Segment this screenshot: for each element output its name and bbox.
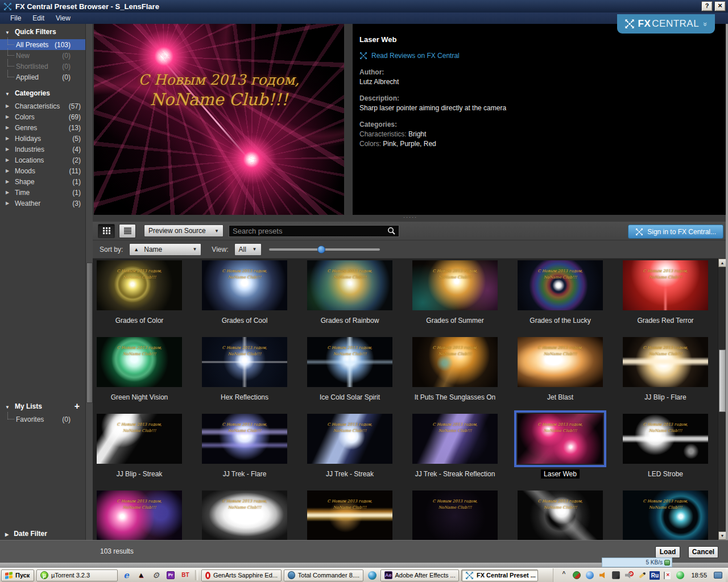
preview-mode-dropdown[interactable]: Preview on Source [144,225,224,237]
flag-error-icon[interactable]: ✕ [661,569,673,581]
close-button[interactable] [714,1,726,11]
preset-cell-grades-red-terror[interactable]: С Новым 2013 годом,NoName Club!!!Grades … [623,260,708,337]
preset-cell-it-puts-the-sunglasses-on[interactable]: С Новым 2013 годом,NoName Club!!!It Puts… [412,337,498,414]
grid-scrollbar-thumb[interactable] [719,350,726,412]
search-input[interactable] [229,227,387,235]
view-dropdown[interactable]: All [234,243,262,256]
category-item-time[interactable]: Time(1) [0,187,85,198]
preset-cell-laser-web[interactable]: С Новым 2013 годом,NoName Club!!!Laser W… [518,414,603,490]
scroll-up-button[interactable] [718,259,726,267]
window-right-edge [726,24,728,563]
preset-cell-grades-of-the-lucky[interactable]: С Новым 2013 годом,NoName Club!!!Grades … [518,260,603,337]
preset-cell-20[interactable]: С Новым 2013 годом,NoName Club!!! [202,490,287,540]
preset-cell-jj-trek-streak-reflection[interactable]: С Новым 2013 годом,NoName Club!!!JJ Trek… [412,414,498,490]
preset-cell-24[interactable]: С Новым 2013 годом,NoName Club!!! [623,490,708,540]
preset-cell-23[interactable]: С Новым 2013 годом,NoName Club!!! [518,490,603,540]
sort-dropdown[interactable]: Name [129,243,201,256]
cancel-button[interactable]: Cancel [688,546,718,558]
taskbar-button-genarts[interactable]: GenArts Sapphire Ed... [201,569,282,581]
preset-cell-jj-trek-flare[interactable]: С Новым 2013 годом,NoName Club!!!JJ Trek… [202,414,287,490]
list-view-button[interactable] [119,224,136,238]
preset-thumbnail: С Новым 2013 годом,NoName Club!!! [97,414,182,464]
quick-filters-header[interactable]: Quick Filters [0,26,85,38]
thumbnail-overlay-text: С Новым 2013 годом,NoName Club!!! [623,345,708,357]
preset-cell-green-night-vision[interactable]: С Новым 2013 годом,NoName Club!!!Green N… [97,337,182,414]
search-icon[interactable] [387,226,396,235]
grid-view-button[interactable] [98,224,115,238]
windows-logo-icon [5,572,13,579]
preset-cell-jj-blip-streak[interactable]: С Новым 2013 годом,NoName Club!!!JJ Blip… [97,414,182,490]
bittorrent-icon[interactable]: BT [179,569,192,581]
grid-scrollbar[interactable] [718,259,726,540]
category-item-locations[interactable]: Locations(2) [0,155,85,165]
add-list-button[interactable] [75,402,80,410]
category-item-colors[interactable]: Colors(69) [0,111,85,122]
date-filter-header[interactable]: Date Filter [0,528,85,539]
slider-thumb[interactable] [317,246,325,253]
idm-icon[interactable] [571,569,582,581]
preset-cell-jj-trek-streak[interactable]: С Новым 2013 годом,NoName Club!!!JJ Trek… [307,414,392,490]
preset-cell-grades-of-rainbow[interactable]: С Новым 2013 годом,NoName Club!!!Grades … [307,260,392,337]
muted-volume-icon[interactable] [623,569,635,581]
sidebar-scrollbar-thumb[interactable] [86,263,93,403]
category-item-weather[interactable]: Weather(3) [0,198,85,209]
preset-cell-19[interactable]: С Новым 2013 годом,NoName Club!!! [97,490,182,540]
preset-cell-grades-of-summer[interactable]: С Новым 2013 годом,NoName Club!!!Grades … [412,260,498,337]
globe-icon[interactable] [584,569,595,581]
categories-header[interactable]: Categories [0,88,85,99]
preset-cell-grades-of-cool[interactable]: С Новым 2013 годом,NoName Club!!!Grades … [202,260,287,337]
film-gear-icon[interactable]: ⚙ [150,569,162,581]
preset-cell-led-strobe[interactable]: С Новым 2013 годом,NoName Club!!!LED Str… [623,414,708,490]
help-button[interactable] [701,1,713,11]
language-indicator[interactable]: Ru [650,571,660,580]
preset-cell-22[interactable]: С Новым 2013 годом,NoName Club!!! [412,490,498,540]
monitor-icon[interactable] [712,569,723,581]
aimp-icon[interactable]: ▲ [135,569,147,581]
taskbar-button-utorrent[interactable]: µ µTorrent 3.2.3 [36,569,118,581]
collapse-chevron-icon[interactable]: ^ [558,569,569,581]
read-reviews-link[interactable]: Read Reviews on FX Central [359,52,726,60]
preset-cell-jj-blip-flare[interactable]: С Новым 2013 годом,NoName Club!!!JJ Blip… [623,337,708,414]
category-item-characteristics[interactable]: Characteristics(57) [0,101,85,111]
expand-triangle-icon [5,402,10,410]
sign-in-button[interactable]: Sign in to FX Central... [628,225,723,239]
category-item-holidays[interactable]: Holidays(5) [0,133,85,144]
pencil-icon[interactable] [636,569,648,581]
premiere-icon[interactable]: Pr [164,569,177,581]
load-button[interactable]: Load [655,546,680,558]
list-item-favorites[interactable]: Favorites(0) [0,414,85,425]
category-item-genres[interactable]: Genres(13) [0,122,85,133]
preset-thumbnail: С Новым 2013 годом,NoName Club!!! [412,337,498,387]
antivirus-icon[interactable] [366,569,378,581]
my-lists-header[interactable]: My Lists [0,401,85,412]
taskbar-button-after-effects[interactable]: Ae Adobe After Effects ... [380,569,459,581]
preset-label: JJ Blip - Streak [97,469,182,479]
category-item-industries[interactable]: Industries(4) [0,144,85,155]
start-button[interactable]: Пуск [1,569,34,581]
thumbnail-overlay-text: С Новым 2013 годом,NoName Club!!! [518,345,603,357]
menu-file[interactable]: File [5,13,27,24]
ie-icon[interactable]: e [120,569,133,581]
menu-view[interactable]: View [50,13,76,24]
category-item-moods[interactable]: Moods(11) [0,165,85,176]
taskbar-button-fx-central[interactable]: FX Central Preset ... [461,569,538,581]
scroll-down-button[interactable] [718,531,726,540]
network-globe-icon[interactable] [675,569,686,581]
pane-splitter[interactable]: ····· [93,215,728,222]
preset-cell-ice-cold-solar-spirit[interactable]: С Новым 2013 годом,NoName Club!!!Ice Col… [307,337,392,414]
preset-cell-jet-blast[interactable]: С Новым 2013 годом,NoName Club!!!Jet Bla… [518,337,603,414]
thumbnail-size-slider[interactable] [269,246,380,253]
tree-elbow-icon [7,59,14,66]
preset-cell-grades-of-color[interactable]: С Новым 2013 годом,NoName Club!!!Grades … [97,260,182,337]
ati-icon[interactable] [610,569,622,581]
taskbar-clock[interactable]: 18:55 [688,572,710,579]
preset-cell-hex-reflections[interactable]: С Новым 2013 годом,NoName Club!!!Hex Ref… [202,337,287,414]
category-item-shape[interactable]: Shape(1) [0,176,85,187]
fx-central-banner[interactable]: FX CENTRAL [617,14,715,34]
taskbar-button-total-commander[interactable]: Total Commander 8.... [284,569,363,581]
menu-edit[interactable]: Edit [27,13,50,24]
filter-item-applied[interactable]: Applied(0) [0,72,85,82]
volume-icon[interactable] [597,569,609,581]
preset-cell-21[interactable]: С Новым 2013 годом,NoName Club!!! [307,490,392,540]
sort-by-label: Sort by: [100,246,123,253]
